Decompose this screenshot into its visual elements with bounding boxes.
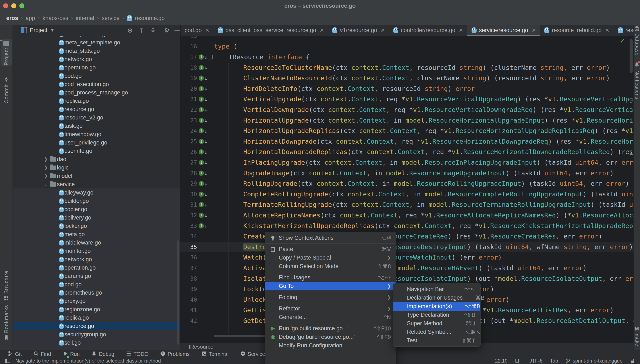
submenu-item-navigation-bar[interactable]: Navigation Bar⌥↖: [393, 285, 480, 294]
submenu-item-super-method[interactable]: Super Method⌘U: [393, 319, 480, 328]
tree-item[interactable]: replica.go: [13, 314, 180, 322]
tool-window-button-terminal[interactable]: Terminal: [202, 351, 228, 358]
tab-close-icon[interactable]: ✕: [532, 27, 536, 34]
menu-item-modify-run-configuration[interactable]: Modify Run Configuration...: [265, 341, 396, 350]
menu-item-show-context-actions[interactable]: Show Context Actions⌥⏎: [265, 234, 396, 242]
tool-window-button-run[interactable]: Run: [63, 351, 80, 358]
tool-window-button-debug[interactable]: Debug: [91, 351, 114, 358]
sidebar-item-make[interactable]: M make: [634, 326, 640, 346]
editor-tab[interactable]: pod.go✕: [180, 24, 214, 36]
tree-item[interactable]: task.go: [13, 122, 180, 130]
implemented-marker-icon[interactable]: I↓: [199, 191, 208, 197]
sidebar-item-notifications[interactable]: Notifications: [634, 62, 640, 99]
collapse-all-button[interactable]: [150, 24, 156, 36]
tree-item[interactable]: pod_execution.go: [13, 80, 180, 88]
implemented-marker-icon[interactable]: I↓: [199, 75, 208, 81]
menu-item-paste[interactable]: Paste⌘V: [265, 245, 396, 254]
breadcrumb-item[interactable]: eros: [6, 15, 18, 22]
editor-tab[interactable]: controller/resource.go✕: [389, 24, 468, 36]
sidebar-item-commit[interactable]: Commit: [0, 77, 12, 104]
tree-chevron-icon[interactable]: ⌄: [43, 182, 48, 187]
project-panel-title[interactable]: Project: [30, 27, 47, 34]
tree-item[interactable]: pod_process_manage.go: [13, 88, 180, 97]
inspections-ok-icon[interactable]: ✓: [620, 37, 625, 44]
submenu-item-type-declaration[interactable]: Type Declaration^⇧B: [393, 311, 480, 319]
sidebar-item-bookmarks[interactable]: Bookmarks: [0, 305, 12, 340]
editor-tab[interactable]: oss_client_oss_service_resource.go✕: [214, 24, 328, 36]
file-encoding[interactable]: UTF-8: [528, 358, 543, 364]
tree-scrollbar[interactable]: [177, 240, 179, 344]
tree-item[interactable]: pod.go: [13, 280, 180, 288]
tree-item[interactable]: network.go: [13, 55, 180, 64]
implemented-marker-icon[interactable]: I↓: [199, 64, 208, 71]
submenu-item-test[interactable]: Test⇧⌘T: [393, 336, 480, 345]
tree-item[interactable]: proxy.go: [13, 297, 180, 305]
tool-window-button-git[interactable]: Git: [8, 351, 22, 358]
tool-window-button-find[interactable]: Find: [33, 351, 51, 358]
menu-item-debug-go-build-resource-go[interactable]: Debug 'go build resource.go...'^⇧F9: [265, 333, 396, 341]
tree-item[interactable]: middleware.go: [13, 238, 180, 247]
tree-item[interactable]: ⌄service: [13, 180, 180, 188]
implemented-marker-icon[interactable]: I↓: [199, 86, 208, 92]
settings-gear-icon[interactable]: ⚙: [164, 24, 169, 36]
breadcrumb-item[interactable]: internal: [76, 15, 94, 22]
tree-item[interactable]: meta.go: [13, 230, 180, 238]
tree-item[interactable]: locker.go: [13, 222, 180, 230]
editor-vertical-scrollbar[interactable]: [630, 39, 633, 73]
tree-chevron-icon[interactable]: ❯: [43, 156, 48, 162]
tree-item[interactable]: user_privilege.go: [13, 138, 180, 147]
git-branch-widget[interactable]: sprint-dmp-txqiangguo: [566, 358, 622, 364]
implemented-marker-icon[interactable]: I↓: [199, 170, 208, 176]
hide-panel-button[interactable]: —: [174, 24, 180, 36]
editor-tab-active[interactable]: service/resource.go✕: [468, 24, 540, 36]
editor-tab[interactable]: resource_rebuild.go✕: [540, 24, 614, 36]
tree-item[interactable]: timewindow.go: [13, 130, 180, 138]
tree-item[interactable]: resource.go: [13, 105, 180, 114]
implemented-marker-icon[interactable]: I↓: [199, 128, 208, 134]
breadcrumb-item[interactable]: app: [26, 15, 35, 22]
tree-item[interactable]: ❯logic: [13, 164, 180, 172]
tree-chevron-icon[interactable]: ❯: [43, 173, 48, 179]
tree-item[interactable]: operation.go: [13, 264, 180, 272]
tree-item[interactable]: ❯model: [13, 172, 180, 180]
implemented-marker-icon[interactable]: I↓: [199, 159, 208, 166]
fold-collapse-icon[interactable]: –: [208, 54, 213, 60]
editor-tab[interactable]: v1/resource.go✕: [328, 24, 389, 36]
expand-all-button[interactable]: [139, 24, 144, 36]
tree-item[interactable]: regionzone.go: [13, 305, 180, 314]
tool-window-button-services[interactable]: Services: [240, 351, 268, 358]
tree-item[interactable]: alleyway.go: [13, 188, 180, 197]
menu-item-generate[interactable]: Generate...^N: [265, 313, 396, 322]
implemented-marker-icon[interactable]: I↓: [199, 180, 208, 187]
tree-item[interactable]: operation.go: [13, 64, 180, 72]
tab-close-icon[interactable]: ✕: [459, 27, 463, 34]
layout-toggle-icon[interactable]: [5, 358, 10, 364]
implemented-marker-icon[interactable]: I↓: [199, 138, 208, 144]
implemented-marker-icon[interactable]: I↓: [199, 223, 208, 229]
tree-item-selected[interactable]: resource.go: [13, 322, 180, 330]
menu-item-go-to[interactable]: Go To❯: [265, 282, 396, 290]
implemented-marker-icon[interactable]: I↓: [199, 149, 208, 155]
tree-item[interactable]: replica.go: [13, 97, 180, 105]
implemented-marker-icon[interactable]: I↓: [199, 96, 208, 102]
tree-item[interactable]: monitor.go: [13, 247, 180, 255]
tab-close-icon[interactable]: ✕: [380, 27, 385, 34]
sidebar-item-database[interactable]: Database: [634, 26, 640, 56]
indent-style[interactable]: Tab: [550, 358, 558, 364]
tree-chevron-icon[interactable]: ❯: [43, 165, 48, 170]
submenu-item-declaration-or-usages[interactable]: Declaration or Usages⌘B: [393, 294, 480, 302]
tree-item[interactable]: meta_stats.go: [13, 47, 180, 55]
tree-item[interactable]: pod.go: [13, 72, 180, 80]
editor-breadcrumb[interactable]: IResource: [189, 344, 214, 350]
tree-item[interactable]: userinfo.go: [13, 147, 180, 155]
locate-file-button[interactable]: ⊕: [127, 24, 132, 36]
tree-item[interactable]: params.go: [13, 272, 180, 280]
chevron-down-icon[interactable]: ▼: [50, 28, 54, 33]
tree-item[interactable]: delivery.go: [13, 214, 180, 222]
breadcrumb-item[interactable]: resource.go: [135, 15, 165, 22]
implemented-marker-icon[interactable]: I↓: [199, 54, 208, 60]
tool-window-button-problems[interactable]: Problems: [160, 351, 190, 358]
caret-position[interactable]: 22:10: [495, 358, 508, 364]
submenu-item-related-symbol[interactable]: Related Symbol...⌥⌘↖: [393, 328, 480, 336]
menu-item-find-usages[interactable]: Find Usages⌥F7: [265, 273, 396, 282]
